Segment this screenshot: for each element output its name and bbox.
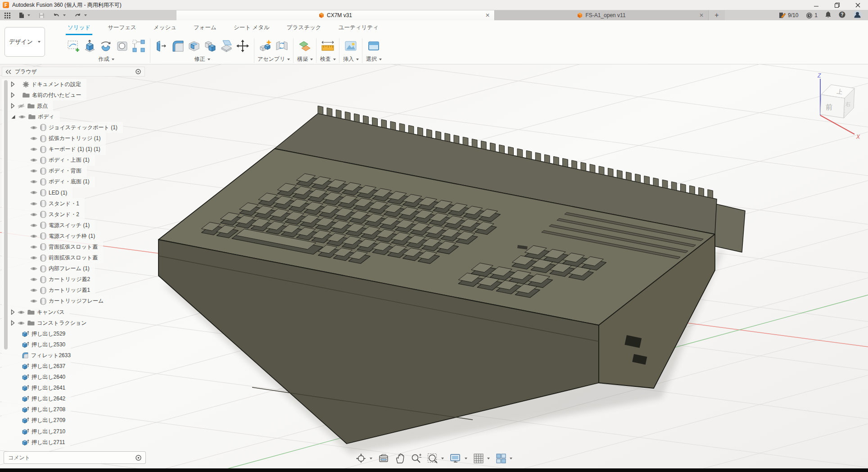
viewcube-front-face[interactable] bbox=[820, 95, 845, 118]
ribbon-tab-plastic[interactable]: プラスチック bbox=[285, 23, 323, 35]
browser-item[interactable]: 前面拡張スロット蓋 bbox=[2, 253, 103, 263]
browser-item[interactable]: 押し出し2637 bbox=[2, 361, 71, 372]
shell-button[interactable] bbox=[186, 37, 202, 54]
visibility-icon[interactable] bbox=[17, 310, 25, 315]
ribbon-tab-utility[interactable]: ユーティリティ bbox=[337, 23, 380, 35]
grid-settings[interactable] bbox=[472, 452, 491, 465]
view-cube[interactable]: Z X 上 前 右 bbox=[817, 73, 860, 140]
insert-image-button[interactable] bbox=[343, 37, 359, 54]
document-tab-fsa1[interactable]: FS-A1_open v11 ✕ bbox=[494, 10, 708, 20]
group-label-create[interactable]: 作成 bbox=[99, 55, 114, 63]
create-sketch-button[interactable] bbox=[66, 37, 82, 54]
visibility-icon[interactable] bbox=[30, 299, 38, 304]
expand-arrow-icon[interactable] bbox=[11, 82, 15, 87]
new-component-button[interactable] bbox=[258, 37, 274, 54]
press-pull-button[interactable] bbox=[154, 37, 170, 54]
help-icon[interactable]: ? bbox=[839, 11, 845, 19]
browser-item[interactable]: カートリッジフレーム bbox=[2, 296, 109, 307]
browser-item[interactable]: ボディ bbox=[2, 111, 60, 122]
close-button[interactable] bbox=[847, 0, 868, 10]
visibility-icon[interactable] bbox=[18, 114, 26, 119]
browser-item[interactable]: カートリッジ蓋2 bbox=[2, 274, 95, 285]
visibility-icon[interactable] bbox=[30, 212, 38, 217]
measure-button[interactable] bbox=[320, 37, 336, 54]
workspace-selector[interactable]: デザイン bbox=[5, 27, 45, 57]
display-settings[interactable] bbox=[449, 452, 468, 465]
viewport-3d[interactable]: Z X 上 前 右 ブラウザ ドキュメントの設定名前の付いたビュー原点ボディジョ… bbox=[0, 64, 868, 468]
visibility-icon[interactable] bbox=[30, 125, 38, 130]
visibility-icon[interactable] bbox=[17, 321, 25, 326]
group-label-modify[interactable]: 修正 bbox=[194, 55, 210, 63]
browser-item[interactable]: 押し出し2640 bbox=[2, 372, 71, 383]
fillet-button[interactable] bbox=[170, 37, 186, 54]
browser-item[interactable]: 原点 bbox=[2, 100, 53, 111]
file-menu-icon[interactable] bbox=[19, 12, 30, 18]
visibility-icon[interactable] bbox=[30, 223, 38, 228]
app-grid-menu-icon[interactable] bbox=[5, 13, 10, 18]
history-clock-indicator[interactable]: 1 bbox=[806, 12, 818, 19]
select-button[interactable] bbox=[366, 37, 382, 54]
browser-item[interactable]: 押し出し2642 bbox=[2, 394, 71, 404]
browser-header[interactable]: ブラウザ bbox=[2, 67, 145, 77]
fit-tool[interactable] bbox=[426, 452, 445, 465]
expand-arrow-icon[interactable] bbox=[11, 320, 15, 326]
browser-item[interactable]: 押し出し2708 bbox=[2, 404, 71, 415]
browser-item[interactable]: ボディ・上面 (1) bbox=[2, 155, 95, 166]
visibility-icon[interactable] bbox=[30, 190, 38, 195]
combine-button[interactable] bbox=[202, 37, 218, 54]
browser-item[interactable]: LED (1) bbox=[2, 187, 72, 198]
visibility-icon[interactable] bbox=[30, 168, 38, 173]
browser-item[interactable]: 押し出し2710 bbox=[2, 426, 71, 437]
notifications-bell-icon[interactable] bbox=[825, 11, 831, 19]
browser-item[interactable]: 内部フレーム (1) bbox=[2, 263, 95, 274]
browser-item[interactable]: 名前の付いたビュー bbox=[2, 90, 86, 100]
comment-input[interactable]: コメント bbox=[4, 451, 146, 464]
tab-close-icon[interactable]: ✕ bbox=[699, 13, 704, 18]
new-document-tab-button[interactable]: + bbox=[708, 10, 725, 20]
ribbon-tab-surface[interactable]: サーフェス bbox=[106, 23, 138, 35]
browser-item[interactable]: コンストラクション bbox=[2, 318, 92, 328]
browser-item[interactable]: 電源スイッチ (1) bbox=[2, 220, 95, 231]
ribbon-tab-mesh[interactable]: メッシュ bbox=[152, 23, 178, 35]
browser-item[interactable]: キーボード (1) (1) (1) bbox=[2, 144, 106, 155]
browser-item[interactable]: ボディ・底面 (1) bbox=[2, 177, 95, 187]
group-label-construct[interactable]: 構築 bbox=[297, 55, 313, 63]
expand-arrow-icon[interactable] bbox=[11, 309, 15, 315]
browser-item[interactable]: フィレット2633 bbox=[2, 350, 76, 361]
visibility-icon[interactable] bbox=[30, 288, 38, 293]
redo-icon[interactable] bbox=[74, 13, 87, 18]
visibility-icon[interactable] bbox=[30, 136, 38, 141]
viewports-layout[interactable] bbox=[495, 452, 513, 465]
group-label-select[interactable]: 選択 bbox=[366, 55, 382, 63]
expand-arrow-icon[interactable] bbox=[11, 103, 15, 109]
browser-item[interactable]: 押し出し2529 bbox=[2, 328, 71, 339]
comment-target-icon[interactable] bbox=[136, 455, 141, 461]
browser-item[interactable]: 拡張カートリッジ (1) bbox=[2, 133, 106, 144]
browser-item[interactable]: 電源スイッチ枠 (1) bbox=[2, 231, 100, 241]
browser-item[interactable]: ドキュメントの設定 bbox=[2, 79, 86, 90]
browser-item[interactable]: スタンド・1 bbox=[2, 198, 85, 209]
look-at-tool[interactable] bbox=[377, 452, 390, 465]
orbit-tool[interactable] bbox=[355, 452, 373, 465]
job-status-indicator[interactable]: 9/10 bbox=[779, 12, 798, 18]
zoom-tool[interactable] bbox=[410, 452, 422, 465]
group-label-inspect[interactable]: 検査 bbox=[320, 55, 336, 63]
group-label-assemble[interactable]: アセンブリ bbox=[258, 55, 290, 63]
browser-scrollbar[interactable] bbox=[4, 80, 8, 349]
undo-icon[interactable] bbox=[53, 13, 66, 18]
hole-button[interactable] bbox=[114, 37, 131, 54]
construction-plane-button[interactable] bbox=[297, 37, 313, 54]
collapse-arrow-icon[interactable] bbox=[11, 114, 16, 119]
browser-item[interactable]: スタンド・2 bbox=[2, 209, 85, 220]
browser-item[interactable]: ボディ・背面 bbox=[2, 166, 87, 177]
document-tab-cx7m[interactable]: CX7M v31 ✕ bbox=[176, 10, 494, 20]
split-body-button[interactable] bbox=[218, 37, 235, 54]
visibility-icon[interactable] bbox=[30, 277, 38, 282]
collapse-panel-icon[interactable] bbox=[6, 70, 11, 74]
browser-item[interactable]: 押し出し2641 bbox=[2, 383, 71, 394]
maximize-button[interactable] bbox=[827, 0, 847, 10]
browser-item[interactable]: 押し出し2530 bbox=[2, 339, 71, 350]
visibility-icon[interactable] bbox=[30, 179, 38, 184]
minimize-button[interactable] bbox=[806, 0, 827, 10]
tab-close-icon[interactable]: ✕ bbox=[485, 13, 490, 18]
